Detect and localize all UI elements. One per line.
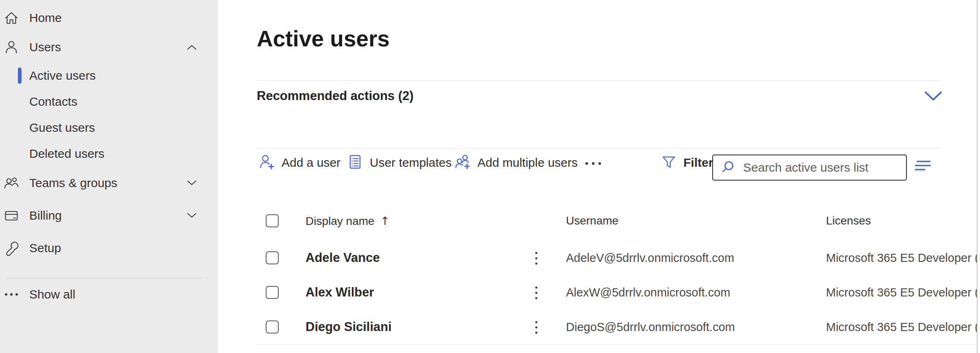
row-checkbox[interactable] [266,320,279,333]
sidebar-item-label: Billing [29,209,62,222]
search-icon [720,159,737,176]
more-icon [584,161,603,166]
sidebar-item-label: Guest users [29,121,95,135]
sidebar-item-label: Users [29,40,61,54]
sidebar: Home Users Active users Contacts Guest u… [0,0,218,353]
add-multiple-users-label: Add multiple users [477,156,578,170]
sidebar-divider [7,278,202,278]
username-cell: AlexW@5drrlv.onmicrosoft.com [566,286,730,299]
wrench-icon [3,240,20,256]
user-templates-label: User templates [370,156,452,170]
chevron-up-icon[interactable] [186,44,197,52]
recommended-actions-heading[interactable]: Recommended actions (2) [257,89,414,103]
display-name-cell[interactable]: Alex Wilber [306,285,374,300]
add-a-user-button[interactable]: Add a user [258,153,340,172]
sidebar-item-deleted-users[interactable]: Deleted users [0,144,218,163]
add-multiple-users-button[interactable]: Add multiple users [454,153,578,172]
licenses-cell: Microsoft 365 E5 Developer (withou [826,286,977,299]
sidebar-item-label: Active users [29,69,95,83]
table-row[interactable]: Adele Vance AdeleV@5drrlv.onmicrosoft.co… [257,241,977,276]
sort-ascending-arrow: ↑ [380,214,390,228]
kebab-menu-icon[interactable] [530,249,543,268]
column-header-licenses[interactable]: Licenses [826,214,871,227]
sidebar-item-setup[interactable]: Setup [0,238,218,258]
sidebar-item-billing[interactable]: Billing [0,206,218,225]
more-actions-button[interactable] [584,160,603,168]
divider [257,148,939,148]
sort-lines-icon[interactable] [914,159,932,174]
home-icon [3,10,20,26]
sidebar-item-active-users[interactable]: Active users [0,66,218,85]
sidebar-item-label: Teams & groups [29,176,117,190]
ellipsis-icon [3,286,20,303]
add-user-icon [258,153,275,172]
m365-admin-active-users-screen: Home Users Active users Contacts Guest u… [0,0,980,353]
sidebar-item-show-all[interactable]: Show all [0,285,218,304]
table-row[interactable]: Alex Wilber AlexW@5drrlv.onmicrosoft.com… [257,275,977,310]
column-header-display-name[interactable]: Display name ↑ [306,214,390,228]
username-cell: AdeleV@5drrlv.onmicrosoft.com [566,251,734,265]
select-all-checkbox[interactable] [266,214,279,227]
table-row[interactable]: Diego Siciliani DiegoS@5drrlv.onmicrosof… [257,310,977,345]
divider [257,81,939,81]
row-checkbox[interactable] [266,286,279,299]
kebab-menu-icon[interactable] [530,318,543,337]
sidebar-item-guest-users[interactable]: Guest users [0,118,218,137]
sidebar-item-users[interactable]: Users [0,37,218,57]
people-icon [3,175,20,191]
column-header-username[interactable]: Username [566,214,618,227]
add-multiple-users-icon [454,153,471,172]
search-input[interactable] [742,160,902,175]
row-checkbox[interactable] [266,251,279,264]
kebab-menu-icon[interactable] [530,283,543,302]
credit-card-icon [3,207,20,224]
search-box[interactable] [712,155,907,181]
selected-indicator [18,68,22,84]
page-title: Active users [257,26,390,52]
sidebar-item-label: Show all [29,288,75,301]
username-cell: DiegoS@5drrlv.onmicrosoft.com [566,320,735,334]
right-edge-line [977,0,978,353]
user-templates-icon [347,153,364,172]
user-templates-button[interactable]: User templates [347,153,452,172]
display-name-cell[interactable]: Diego Siciliani [306,320,392,334]
licenses-cell: Microsoft 365 E5 Developer (withou [826,320,977,334]
chevron-down-icon[interactable] [186,180,197,188]
licenses-cell: Microsoft 365 E5 Developer (withou [826,251,977,265]
table-header-row: Display name ↑ Username Licenses [257,202,977,241]
sidebar-item-label: Contacts [29,95,77,109]
sidebar-item-home[interactable]: Home [0,8,218,28]
sidebar-item-label: Home [29,11,62,25]
sidebar-item-contacts[interactable]: Contacts [0,92,218,111]
filter-button[interactable]: Filter [660,153,713,172]
display-name-header-label: Display name [306,215,375,228]
display-name-cell[interactable]: Adele Vance [306,251,380,265]
sidebar-item-label: Deleted users [29,147,104,161]
recommended-actions-expand-icon[interactable] [924,90,943,103]
filter-label: Filter [683,156,713,170]
sidebar-item-label: Setup [29,241,61,255]
chevron-down-icon[interactable] [186,212,197,220]
filter-funnel-icon [660,153,677,172]
user-icon [3,39,20,55]
sidebar-item-teams-groups[interactable]: Teams & groups [0,173,218,193]
add-a-user-label: Add a user [282,156,340,170]
